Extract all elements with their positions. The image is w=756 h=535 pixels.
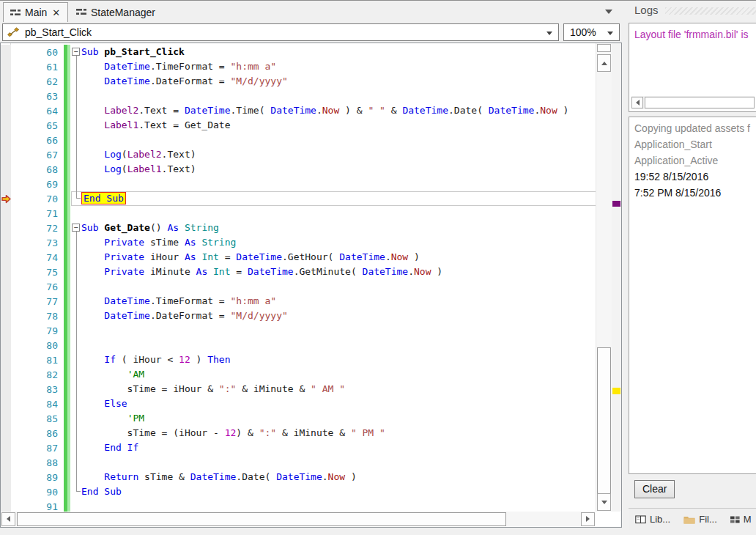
code-line-82[interactable]: 82 'AM <box>1 367 621 382</box>
log-scrollbar-thumb[interactable] <box>645 97 755 108</box>
breakpoint-margin[interactable] <box>1 353 11 367</box>
close-icon[interactable]: ✕ <box>51 7 61 18</box>
scroll-left-button[interactable] <box>631 97 643 108</box>
breakpoint-margin[interactable] <box>1 221 11 235</box>
breakpoint-margin[interactable] <box>1 440 11 455</box>
tab-libraries[interactable]: Lib... <box>635 514 670 525</box>
tab-main[interactable]: Main ✕ <box>3 2 68 22</box>
code-line-72[interactable]: 72−Sub Get_Date() As String <box>1 221 621 235</box>
scroll-left-button[interactable] <box>1 512 15 526</box>
breakpoint-margin[interactable] <box>1 455 11 470</box>
tab-files[interactable]: Fil... <box>683 514 717 525</box>
current-line-marker[interactable] <box>612 201 620 207</box>
code-line-75[interactable]: 75 Private iMinute As Int = DateTime.Get… <box>1 265 621 279</box>
method-selector-dropdown[interactable]: pb_Start_Click <box>2 23 559 41</box>
breakpoint-margin[interactable] <box>1 323 11 338</box>
chevron-down-icon[interactable] <box>605 10 612 14</box>
breakpoint-margin[interactable] <box>1 426 11 440</box>
breakpoint-margin[interactable] <box>1 396 11 411</box>
breakpoint-margin[interactable] <box>1 411 11 426</box>
code-line-90[interactable]: 90End Sub <box>1 484 621 499</box>
breakpoint-margin[interactable] <box>1 484 11 499</box>
line-number: 65 <box>11 120 64 131</box>
vertical-scrollbar-thumb[interactable] <box>597 347 611 495</box>
scroll-down-button[interactable] <box>597 493 611 511</box>
breakpoint-margin[interactable] <box>1 309 11 323</box>
code-line-87[interactable]: 87 End If <box>1 440 621 455</box>
breakpoint-margin[interactable] <box>1 294 11 309</box>
code-line-88[interactable]: 88 <box>1 455 621 470</box>
code-line-74[interactable]: 74 Private iHour As Int = DateTime.GetHo… <box>1 250 621 265</box>
code-line-80[interactable]: 80 <box>1 338 621 353</box>
code-line-68[interactable]: 68 Log(Label1.Text) <box>1 162 621 177</box>
code-line-89[interactable]: 89 Return sTime & DateTime.Date( DateTim… <box>1 470 621 484</box>
breakpoint-margin[interactable] <box>1 162 11 177</box>
fold-collapse-icon[interactable]: − <box>72 48 80 56</box>
breakpoint-margin[interactable] <box>1 367 11 382</box>
scroll-up-button[interactable] <box>597 54 611 72</box>
clear-logs-button[interactable]: Clear <box>634 480 675 498</box>
code-line-70[interactable]: 70End Sub <box>1 191 621 206</box>
code-line-76[interactable]: 76 <box>1 279 621 294</box>
current-statement-arrow-icon[interactable] <box>1 191 11 206</box>
code-line-63[interactable]: 63 <box>1 89 621 103</box>
breakpoint-margin[interactable] <box>1 250 11 265</box>
tab-statemanager[interactable]: StateManager <box>70 2 162 22</box>
code-line-60[interactable]: 60−Sub pb_Start_Click <box>1 45 621 59</box>
log-horizontal-scrollbar[interactable] <box>631 96 755 109</box>
code-line-66[interactable]: 66 <box>1 133 621 147</box>
breakpoint-margin[interactable] <box>1 45 11 59</box>
tab-modules[interactable]: M <box>730 514 752 525</box>
horizontal-scrollbar[interactable] <box>1 512 595 526</box>
breakpoint-margin[interactable] <box>1 89 11 103</box>
breakpoint-margin[interactable] <box>1 59 11 74</box>
breakpoint-margin[interactable] <box>1 103 11 118</box>
breakpoint-margin[interactable] <box>1 338 11 353</box>
code-line-77[interactable]: 77 DateTime.TimeFormat = "h:mm a" <box>1 294 621 309</box>
code-editor[interactable]: 60−Sub pb_Start_Click61 DateTime.TimeFor… <box>1 43 621 512</box>
breakpoint-margin[interactable] <box>1 235 11 250</box>
breakpoint-margin[interactable] <box>1 382 11 396</box>
code-line-71[interactable]: 71 <box>1 206 621 221</box>
code-line-65[interactable]: 65 Label1.Text = Get_Date <box>1 118 621 133</box>
code-line-61[interactable]: 61 DateTime.TimeFormat = "h:mm a" <box>1 59 621 74</box>
line-number: 70 <box>11 193 64 204</box>
breakpoint-margin[interactable] <box>1 133 11 147</box>
breakpoint-margin[interactable] <box>1 265 11 279</box>
code-line-69[interactable]: 69 <box>1 177 621 191</box>
code-line-79[interactable]: 79 <box>1 323 621 338</box>
breakpoint-margin[interactable] <box>1 279 11 294</box>
code-line-84[interactable]: 84 Else <box>1 396 621 411</box>
fold-collapse-icon[interactable]: − <box>72 224 80 232</box>
breakpoint-margin[interactable] <box>1 74 11 89</box>
log-output-box-top[interactable]: Layout file 'frmmain.bil' is <box>629 23 756 112</box>
horizontal-scrollbar-thumb[interactable] <box>17 512 506 526</box>
breakpoint-margin[interactable] <box>1 177 11 191</box>
dropdown-arrow-icon[interactable] <box>607 32 613 35</box>
change-tracking-bar <box>64 133 70 147</box>
breakpoint-margin[interactable] <box>1 118 11 133</box>
code-text: Log(Label1.Text) <box>70 162 196 177</box>
code-line-64[interactable]: 64 Label2.Text = DateTime.Time( DateTime… <box>1 103 621 118</box>
code-line-83[interactable]: 83 sTime = iHour & ":" & iMinute & " AM … <box>1 382 621 396</box>
scroll-right-button[interactable] <box>581 512 595 526</box>
change-tracking-bar <box>64 367 70 382</box>
zoom-level-dropdown[interactable]: 100% <box>563 23 620 41</box>
breakpoint-margin[interactable] <box>1 470 11 484</box>
dropdown-arrow-icon[interactable] <box>546 32 552 35</box>
code-line-81[interactable]: 81 If ( iHour < 12 ) Then <box>1 353 621 367</box>
code-line-91[interactable]: 91 <box>1 499 621 512</box>
code-line-73[interactable]: 73 Private sTime As String <box>1 235 621 250</box>
code-line-86[interactable]: 86 sTime = (iHour - 12) & ":" & iMinute … <box>1 426 621 440</box>
breakpoint-margin[interactable] <box>1 147 11 162</box>
breakpoint-margin[interactable] <box>1 499 11 512</box>
code-line-62[interactable]: 62 DateTime.DateFormat = "M/d/yyyy" <box>1 74 621 89</box>
log-output-box-main[interactable]: Copying updated assets fApplication_Star… <box>629 117 756 474</box>
code-line-67[interactable]: 67 Log(Label2.Text) <box>1 147 621 162</box>
breakpoint-margin[interactable] <box>1 206 11 221</box>
code-line-78[interactable]: 78 DateTime.DateFormat = "M/d/yyyy" <box>1 309 621 323</box>
vertical-scrollbar[interactable] <box>596 43 612 512</box>
bookmark-marker[interactable] <box>612 388 620 394</box>
code-line-85[interactable]: 85 'PM <box>1 411 621 426</box>
editor-splitter-handle[interactable] <box>597 44 611 52</box>
